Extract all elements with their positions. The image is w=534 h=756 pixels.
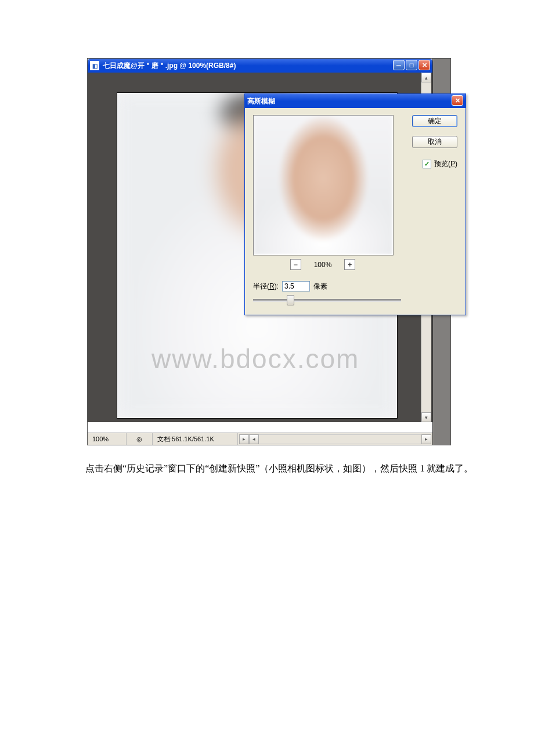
document-title: 七日成魔@开＂磨＂.jpg @ 100%(RGB/8#): [103, 61, 236, 71]
zoom-out-button[interactable]: −: [290, 259, 301, 270]
hscroll-right-button[interactable]: ▸: [421, 434, 431, 444]
dialog-title: 高斯模糊: [247, 96, 275, 106]
status-doc-size: 文档:561.1K/561.1K: [153, 433, 238, 445]
slider-thumb[interactable]: [287, 295, 294, 305]
cancel-button[interactable]: 取消: [412, 136, 457, 148]
dialog-titlebar[interactable]: 高斯模糊 ✕: [245, 94, 466, 108]
status-zoom[interactable]: 100%: [88, 433, 127, 445]
hscroll-left-button[interactable]: ◂: [249, 434, 259, 444]
preview-checkbox[interactable]: ✓: [423, 160, 431, 168]
filter-preview[interactable]: [253, 115, 394, 255]
preview-zoom-value: 100%: [314, 261, 332, 269]
photoshop-screenshot: ◧ 七日成魔@开＂磨＂.jpg @ 100%(RGB/8#) ─ □ ✕ ▴ ▾: [87, 58, 451, 445]
app-icon: ◧: [90, 61, 99, 70]
status-doc-label: 文档:: [157, 435, 172, 444]
status-bar: 100% ◎ 文档:561.1K/561.1K ▸ ◂ ▸: [88, 433, 432, 445]
preview-image: [254, 116, 393, 255]
dialog-close-button[interactable]: ✕: [452, 95, 463, 106]
scroll-down-button[interactable]: ▾: [421, 412, 431, 422]
radius-input[interactable]: [282, 281, 310, 291]
scroll-up-button[interactable]: ▴: [421, 73, 431, 82]
radius-slider[interactable]: [253, 295, 401, 305]
status-nav-icon[interactable]: ◎: [127, 433, 153, 445]
preview-checkbox-label: 预览(P): [434, 159, 457, 169]
maximize-button[interactable]: □: [406, 60, 417, 70]
radius-unit: 像素: [313, 282, 327, 291]
document-titlebar: ◧ 七日成魔@开＂磨＂.jpg @ 100%(RGB/8#) ─ □ ✕: [88, 59, 432, 73]
status-doc-value: 561.1K/561.1K: [172, 435, 214, 442]
gaussian-blur-dialog: 高斯模糊 ✕ − 100% + 半径(R): 像素: [244, 93, 466, 315]
hscroll-play-button[interactable]: ▸: [239, 434, 249, 444]
horizontal-scrollbar[interactable]: [259, 434, 421, 444]
slider-track: [253, 299, 401, 302]
zoom-in-button[interactable]: +: [344, 259, 355, 270]
radius-label: 半径(R):: [253, 282, 279, 291]
caption-text: 点击右侧“历史记录”窗口下的“创建新快照”（小照相机图标状，如图），然后快照 1…: [67, 460, 490, 477]
close-button[interactable]: ✕: [418, 60, 430, 70]
ok-button[interactable]: 确定: [412, 115, 457, 127]
minimize-button[interactable]: ─: [393, 60, 405, 70]
